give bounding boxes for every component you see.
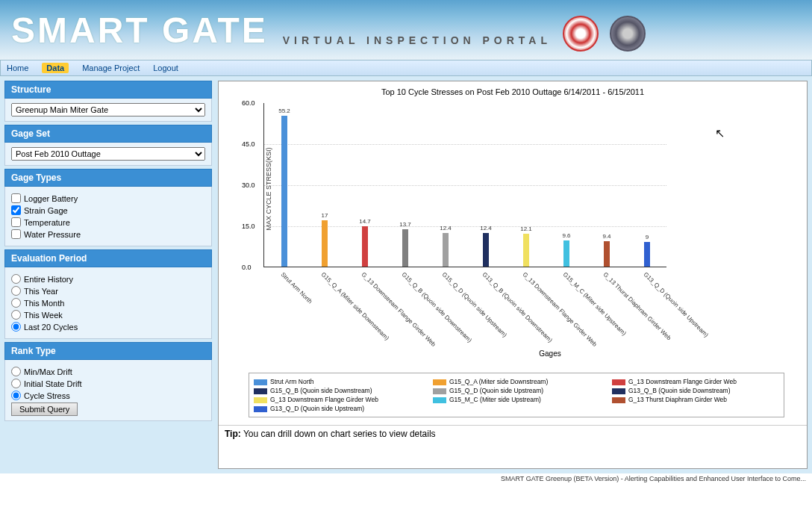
legend-label: G15_Q_B (Quoin side Downstream) <box>270 387 372 394</box>
chart-bar[interactable] <box>402 229 408 267</box>
structure-header: Structure <box>4 81 212 99</box>
chart-legend: Strut Arm NorthG15_Q_A (Miter side Downs… <box>249 373 784 417</box>
bar-value-label: 13.7 <box>399 221 411 228</box>
x-tick-label: G13_Q_D (Quoin side Upstream) <box>643 271 710 338</box>
x-tick-label: G13_Q_B (Quoin side Downstream) <box>481 271 554 344</box>
gage-type-checkbox[interactable] <box>11 229 21 239</box>
legend-swatch <box>254 406 267 412</box>
rank-type-option[interactable]: Initial State Drift <box>11 379 205 388</box>
gage-set-header: Gage Set <box>4 125 212 143</box>
gage-type-checkbox[interactable] <box>11 193 21 203</box>
rank-type-label: Initial State Drift <box>24 379 82 388</box>
gage-set-select[interactable]: Post Feb 2010 Outtage <box>11 147 205 161</box>
submit-query-button[interactable]: Submit Query <box>11 403 78 416</box>
y-tick: 30.0 <box>242 181 255 189</box>
legend-item: G15_Q_B (Quoin side Downstream) <box>254 387 421 394</box>
legend-label: G15_Q_D (Quoin side Upstream) <box>449 387 543 394</box>
app-title: SMART GATE <box>0 10 268 51</box>
legend-label: G13_Q_B (Quoin side Downstream) <box>628 387 731 394</box>
chart-title: Top 10 Cycle Stresses on Post Feb 2010 O… <box>219 81 807 99</box>
gage-type-option[interactable]: Logger Battery <box>11 193 205 203</box>
legend-label: G15_Q_A (Miter side Downstream) <box>449 378 548 385</box>
cursor-icon: ↖ <box>715 126 725 140</box>
bar-value-label: 12.4 <box>480 225 492 231</box>
bar-value-label: 12.1 <box>520 226 532 232</box>
nav-logout[interactable]: Logout <box>153 63 178 72</box>
x-axis-label: Gages <box>293 349 807 358</box>
legend-item: G_13 Thurst Diaphram Girder Web <box>612 396 779 403</box>
evaluation-period-option[interactable]: This Year <box>11 286 205 296</box>
legend-swatch <box>254 388 267 394</box>
rank-type-radio[interactable] <box>11 391 21 400</box>
chart-bar[interactable] <box>483 233 489 267</box>
legend-swatch <box>612 397 625 403</box>
evaluation-period-option[interactable]: Last 20 Cycles <box>11 322 205 332</box>
legend-swatch <box>612 388 625 394</box>
legend-swatch <box>612 379 625 385</box>
x-tick-label: G15_Q_D (Quoin side Upstream) <box>441 271 508 338</box>
app-subtitle: VIRTUAL INSPECTION PORTAL <box>283 34 552 46</box>
chart-bar[interactable] <box>563 240 569 267</box>
evaluation-period-radio[interactable] <box>11 274 21 284</box>
gage-type-label: Strain Gage <box>24 206 68 215</box>
legend-item: Strut Arm North <box>254 378 421 385</box>
bar-value-label: 12.4 <box>440 225 452 231</box>
bar-value-label: 9.4 <box>602 233 610 240</box>
chart-plot-area[interactable]: MAX CYCLE STRESS(KSI) 0.015.030.045.060.… <box>263 103 666 267</box>
gage-type-option[interactable]: Temperature <box>11 217 205 227</box>
rank-type-option[interactable]: Cycle Stress <box>11 391 205 400</box>
footer-text: SMART GATE Greenup (BETA Version) - Aler… <box>0 473 812 484</box>
evaluation-period-label: Last 20 Cycles <box>24 323 78 332</box>
gage-type-checkbox[interactable] <box>11 217 21 227</box>
legend-label: G_13 Downstream Flange Girder Web <box>628 378 737 385</box>
rank-type-radio[interactable] <box>11 367 21 376</box>
bar-value-label: 9 <box>646 234 649 240</box>
evaluation-period-option[interactable]: This Week <box>11 310 205 320</box>
evaluation-period-label: This Year <box>24 287 58 296</box>
chart-bar[interactable] <box>281 116 287 267</box>
x-tick-label: Strut Arm North <box>280 271 313 305</box>
legend-item: G_13 Downstream Flange Girder Web <box>254 396 421 403</box>
legend-label: G_13 Thurst Diaphram Girder Web <box>628 396 727 403</box>
gage-type-label: Temperature <box>24 218 70 227</box>
gage-type-checkbox[interactable] <box>11 205 21 215</box>
evaluation-period-label: This Month <box>24 299 64 308</box>
rank-type-radio[interactable] <box>11 379 21 388</box>
chart-panel: Top 10 Cycle Stresses on Post Feb 2010 O… <box>218 81 808 469</box>
bar-value-label: 17 <box>322 212 328 219</box>
structure-select[interactable]: Greenup Main Miter Gate <box>11 103 205 116</box>
chart-bar[interactable] <box>362 226 368 267</box>
chart-bar[interactable] <box>604 241 610 267</box>
gage-type-label: Logger Battery <box>24 194 78 203</box>
evaluation-period-option[interactable]: This Month <box>11 298 205 308</box>
header-banner: SMART GATE VIRTUAL INSPECTION PORTAL <box>0 0 812 60</box>
gage-type-option[interactable]: Strain Gage <box>11 205 205 215</box>
nav-data[interactable]: Data <box>42 63 69 73</box>
evaluation-period-radio[interactable] <box>11 322 21 332</box>
chart-bar[interactable] <box>523 234 529 267</box>
evaluation-period-radio[interactable] <box>11 286 21 296</box>
grid-line <box>264 185 666 186</box>
chart-bar[interactable] <box>644 242 650 267</box>
y-tick: 60.0 <box>242 99 255 107</box>
evaluation-period-radio[interactable] <box>11 310 21 320</box>
rank-type-label: Min/Max Drift <box>24 367 72 376</box>
nav-bar: Home Data Manage Project Logout <box>0 60 812 76</box>
y-tick: 45.0 <box>242 140 255 148</box>
x-tick-label: G15_Q_B (Quoin side Downstream) <box>401 271 473 344</box>
chart-bar[interactable] <box>322 220 328 267</box>
evaluation-period-option[interactable]: Entire History <box>11 274 205 284</box>
legend-label: Strut Arm North <box>270 378 314 385</box>
nav-home[interactable]: Home <box>7 63 28 72</box>
legend-item: G15_M_C (Miter side Upstream) <box>433 396 600 403</box>
nav-manage-project[interactable]: Manage Project <box>82 63 140 72</box>
y-tick: 0.0 <box>242 264 252 271</box>
legend-label: G13_Q_D (Quoin side Upstream) <box>270 405 364 412</box>
evaluation-period-radio[interactable] <box>11 298 21 308</box>
rank-type-option[interactable]: Min/Max Drift <box>11 367 205 376</box>
gage-type-option[interactable]: Water Pressure <box>11 229 205 239</box>
seal-icon-2 <box>610 16 646 52</box>
chart-bar[interactable] <box>443 233 449 267</box>
legend-item: G13_Q_D (Quoin side Upstream) <box>254 405 421 412</box>
legend-swatch <box>433 379 446 385</box>
